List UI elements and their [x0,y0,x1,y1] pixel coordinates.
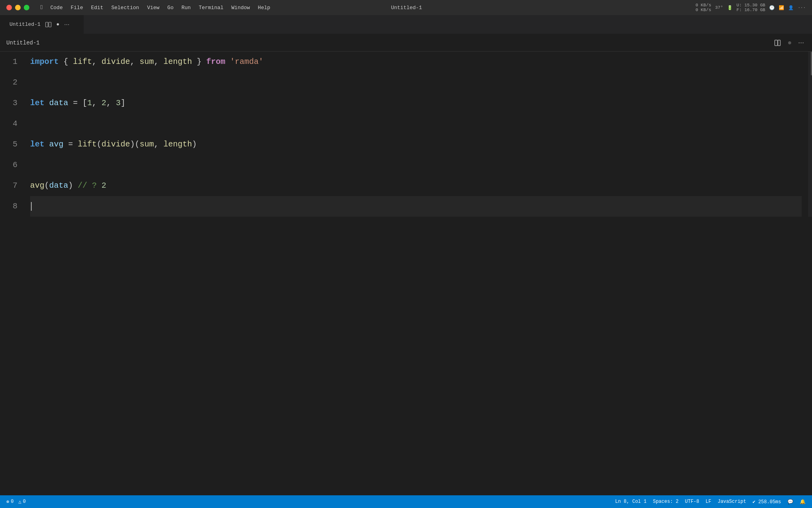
token-comma3: , [154,52,163,72]
token-space2 [225,52,230,72]
status-language[interactable]: JavaScript [718,499,746,504]
token-data: data [49,93,68,114]
token-length2: length [163,134,192,155]
code-line-7: avg ( data ) // ? 2 [30,175,802,196]
menu-bar:  Code File Edit Selection View Go Run T… [40,4,274,12]
wifi-icon: 📶 [779,5,784,10]
titlebar-left:  Code File Edit Selection View Go Run T… [6,4,274,12]
token-bracket-close: ] [121,93,125,114]
token-from: from [206,52,225,72]
editor-filename: Untitled-1 [6,40,40,46]
token-let1: let [30,93,44,114]
status-eol[interactable]: LF [706,499,711,504]
menu-code[interactable]: Code [47,4,66,12]
network-stats: 0 KB/s 0 KB/s [695,3,711,12]
status-cursor[interactable]: Ln 8, Col 1 [615,499,646,504]
token-paren5: ) [68,175,73,196]
token-space1 [59,52,63,72]
warning-count: 0 [23,499,26,504]
token-comma5: , [106,93,116,114]
menu-file[interactable]: File [67,4,86,12]
token-sum: sum [140,52,154,72]
token-paren4: ( [44,175,49,196]
token-space3 [44,93,49,114]
status-right: Ln 8, Col 1 Spaces: 2 UTF-8 LF JavaScrip… [615,499,806,505]
maximize-button[interactable] [24,5,29,10]
error-count: 0 [11,499,13,504]
code-editor[interactable]: import { lift , divide , sum , length } … [24,52,808,217]
window-title: Untitled-1 [391,5,422,11]
code-line-2 [30,72,802,93]
menu-run[interactable]: Run [178,4,194,12]
token-space5 [73,175,78,196]
line-num-2: 2 [10,72,17,93]
svg-rect-3 [778,40,780,46]
token-data2: data [49,175,68,196]
token-eq2: = [63,134,78,155]
editor-tab-untitled[interactable]: Untitled-1 ● ··· [0,15,84,34]
token-paren2: )( [130,134,140,155]
svg-rect-1 [49,22,51,27]
notification-icon[interactable]: 🔔 [800,499,806,505]
menu-help[interactable]: Help [255,4,273,12]
status-bar: ⊗ 0 △ 0 Ln 8, Col 1 Spaces: 2 UTF-8 LF J… [0,495,812,508]
line-num-5: 5 [10,134,17,155]
code-line-1: import { lift , divide , sum , length } … [30,52,802,72]
token-comma6: , [154,134,163,155]
status-errors[interactable]: ⊗ 0 △ 0 [6,499,26,505]
battery-icon: 🔋 [727,5,733,10]
token-string-ramda: 'ramda' [230,52,263,72]
temperature: 37° [715,5,723,10]
menu-go[interactable]: Go [164,4,177,12]
line-num-1: 1 [10,52,17,72]
token-paren3: ) [192,134,197,155]
menu-view[interactable]: View [144,4,163,12]
token-eq1: = [68,93,82,114]
code-line-3: let data = [ 1 , 2 , 3 ] [30,93,802,114]
menu-window[interactable]: Window [228,4,253,12]
tab-bar: Untitled-1 ● ··· [0,15,812,34]
svg-rect-0 [46,22,48,27]
cursor [31,202,32,211]
clock-icon: 🕐 [769,5,775,10]
status-timing: ✔ 258.05ms [753,499,781,505]
menu-edit[interactable]: Edit [88,4,106,12]
token-brace-close: } [192,52,206,72]
line-num-7: 7 [10,175,17,196]
error-icon: ⊗ [6,499,9,505]
code-line-5: let avg = lift ( divide )( sum , length … [30,134,802,155]
token-lift2: lift [78,134,97,155]
split-editor-button[interactable] [44,20,53,29]
token-let2: let [30,134,44,155]
tab-filename: Untitled-1 [10,21,40,27]
status-spaces[interactable]: Spaces: 2 [653,499,679,504]
titlebar:  Code File Edit Selection View Go Run T… [0,0,812,15]
token-comment: // ? [78,175,102,196]
token-paren1: ( [97,134,102,155]
feedback-icon[interactable]: 💬 [787,499,793,505]
minimize-button[interactable] [15,5,21,10]
editor-more-button[interactable]: ··· [797,37,806,48]
toggle-panel-button[interactable] [772,38,783,48]
editor-title-bar: Untitled-1 ● ··· [0,34,812,52]
code-line-4 [30,114,802,134]
tab-more-button[interactable]: ··· [63,19,71,30]
line-num-8: 8 [10,196,17,217]
close-button[interactable] [6,5,12,10]
menu-selection[interactable]: Selection [108,4,142,12]
menu-terminal[interactable]: Terminal [195,4,226,12]
apple-icon:  [40,4,44,11]
line-num-4: 4 [10,114,17,134]
scrollbar-track[interactable] [808,52,812,217]
storage-info: U: 15.30 GB F: 16.70 GB [737,3,766,12]
more-icon[interactable]: ··· [798,5,806,10]
editor-body: 1 2 3 4 5 6 7 8 import { lift , divide ,… [0,52,812,217]
status-left: ⊗ 0 △ 0 [6,499,26,505]
token-avg: avg [49,134,63,155]
status-encoding[interactable]: UTF-8 [685,499,699,504]
code-line-6 [30,155,802,175]
titlebar-center: Untitled-1 [274,5,540,11]
token-comma1: , [92,52,102,72]
dot-indicator: ● [787,39,792,47]
line-numbers: 1 2 3 4 5 6 7 8 [0,52,24,217]
